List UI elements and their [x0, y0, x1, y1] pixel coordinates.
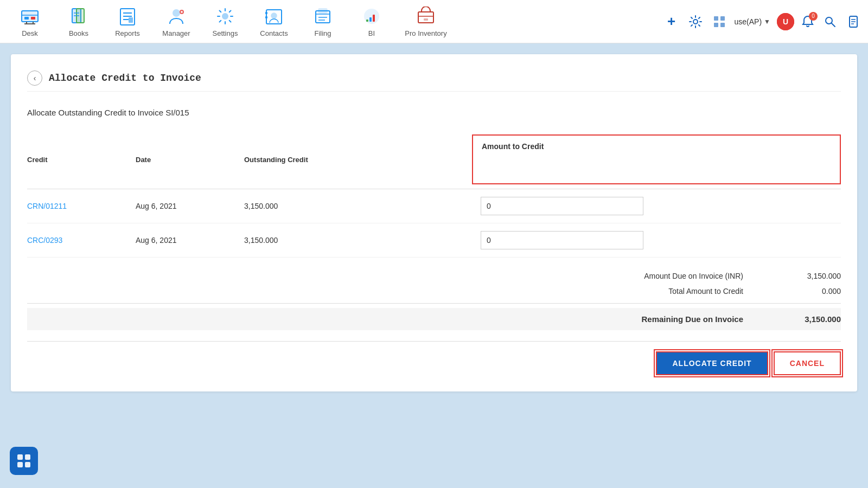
username: use(AP)	[735, 17, 762, 26]
svg-rect-54	[17, 462, 23, 467]
nav-label-settings: Settings	[213, 29, 238, 37]
nav-item-bi[interactable]: BI	[347, 0, 396, 43]
svg-rect-29	[318, 9, 327, 13]
nav-item-filing[interactable]: Filing	[298, 0, 347, 43]
back-button[interactable]: ‹	[27, 70, 42, 86]
user-area[interactable]: use(AP) ▼	[735, 17, 770, 26]
svg-rect-18	[129, 17, 133, 23]
svg-rect-42	[714, 23, 718, 27]
nav-item-manager[interactable]: Manager	[152, 0, 201, 43]
filing-icon	[312, 5, 334, 27]
desk-icon	[19, 5, 41, 27]
svg-rect-53	[25, 454, 30, 460]
table-row: CRN/01211Aug 6, 20213,150.000	[27, 189, 841, 223]
main-card: ‹ Allocate Credit to Invoice Allocate Ou…	[11, 54, 857, 391]
svg-point-19	[173, 10, 180, 16]
table-row: CRC/0293Aug 6, 20213,150.000	[27, 223, 841, 258]
svg-rect-36	[418, 12, 433, 23]
bi-icon	[361, 5, 382, 27]
allocate-credit-button[interactable]: ALLOCATE CREDIT	[656, 351, 768, 375]
back-arrow-icon: ‹	[34, 74, 36, 82]
main-content: ‹ Allocate Credit to Invoice Allocate Ou…	[0, 43, 868, 402]
nav-label-pro-inventory: Pro Inventory	[405, 29, 446, 37]
nav-label-manager: Manager	[162, 29, 190, 37]
svg-line-47	[832, 23, 835, 27]
nav-label-bi: BI	[368, 29, 375, 37]
nav-items: Desk Books	[5, 0, 456, 43]
nav-item-books[interactable]: Books	[54, 0, 103, 43]
header-date: Date	[136, 130, 244, 189]
date-cell-0: Aug 6, 2021	[136, 189, 244, 223]
add-button[interactable]: +	[663, 13, 680, 30]
svg-rect-3	[24, 17, 29, 20]
credit-link-1[interactable]: CRC/0293	[27, 236, 62, 245]
credit-link-0[interactable]: CRN/01211	[27, 202, 67, 210]
summary-row-total-credit: Total Amount to Credit 0.000	[27, 284, 841, 299]
remaining-due-row: Remaining Due on Invoice 3,150.000	[27, 308, 841, 330]
svg-text:U: U	[783, 17, 788, 26]
svg-rect-40	[714, 16, 718, 21]
svg-point-27	[271, 13, 277, 18]
svg-point-23	[222, 14, 228, 19]
bottom-grid-icon[interactable]	[10, 447, 38, 475]
nav-item-contacts[interactable]: Contacts	[250, 0, 298, 43]
svg-rect-41	[720, 16, 725, 21]
outstanding-cell-0: 3,150.000	[244, 189, 472, 223]
pro-inventory-icon	[415, 5, 437, 27]
chevron-down-icon: ▼	[764, 18, 770, 25]
reports-icon	[117, 5, 138, 27]
nav-label-reports: Reports	[115, 29, 140, 37]
cancel-button[interactable]: CANCEL	[774, 351, 841, 375]
nav-right: + use(AP) ▼ U	[663, 13, 863, 30]
amount-input-0[interactable]	[481, 197, 643, 215]
document-icon[interactable]	[845, 13, 863, 30]
nav-item-pro-inventory[interactable]: Pro Inventory	[396, 0, 456, 43]
total-amount-label: Total Amount to Credit	[668, 287, 743, 296]
action-bar: ALLOCATE CREDIT CANCEL	[27, 341, 841, 375]
search-icon[interactable]	[821, 13, 839, 30]
nav-label-filing: Filing	[314, 29, 331, 37]
remaining-due-label: Remaining Due on Invoice	[641, 314, 743, 324]
nav-label-desk: Desk	[22, 29, 38, 37]
notification-area[interactable]: 0	[801, 15, 815, 29]
header-amount-to-credit: Amount to Credit	[472, 130, 841, 189]
nav-label-contacts: Contacts	[260, 29, 288, 37]
svg-rect-43	[720, 23, 725, 27]
summary-divider	[27, 303, 841, 304]
summary-row-amount-due: Amount Due on Invoice (INR) 3,150.000	[27, 268, 841, 284]
svg-rect-55	[25, 462, 30, 467]
outstanding-cell-1: 3,150.000	[244, 223, 472, 258]
gear-icon[interactable]	[687, 13, 704, 30]
amount-to-credit-label: Amount to Credit	[482, 142, 831, 151]
grid-icon[interactable]	[711, 13, 728, 30]
contacts-icon	[263, 5, 285, 27]
svg-point-39	[693, 20, 698, 24]
notification-count: 0	[809, 12, 818, 21]
top-navigation: Desk Books	[0, 0, 868, 43]
svg-rect-26	[265, 16, 267, 18]
credit-table: Credit Date Outstanding Credit Amount to…	[27, 130, 841, 258]
amount-due-label: Amount Due on Invoice (INR)	[644, 272, 743, 280]
avatar[interactable]: U	[777, 13, 794, 30]
settings-icon	[214, 5, 236, 27]
svg-rect-4	[31, 17, 35, 20]
manager-icon	[165, 5, 187, 27]
nav-item-desk[interactable]: Desk	[5, 0, 54, 43]
svg-rect-34	[373, 15, 375, 22]
books-icon	[68, 5, 90, 27]
svg-rect-35	[366, 20, 368, 22]
header-outstanding-credit: Outstanding Credit	[244, 130, 472, 189]
remaining-due-value: 3,150.000	[787, 314, 841, 324]
svg-rect-25	[265, 12, 267, 14]
svg-rect-38	[424, 18, 428, 21]
nav-item-reports[interactable]: Reports	[103, 0, 152, 43]
amount-input-1[interactable]	[481, 231, 643, 249]
amount-due-value: 3,150.000	[787, 272, 841, 280]
total-amount-value: 0.000	[787, 287, 841, 296]
svg-rect-0	[22, 11, 38, 22]
summary-section: Amount Due on Invoice (INR) 3,150.000 To…	[27, 268, 841, 330]
nav-item-settings[interactable]: Settings	[201, 0, 250, 43]
date-cell-1: Aug 6, 2021	[136, 223, 244, 258]
page-header: ‹ Allocate Credit to Invoice	[27, 70, 841, 92]
svg-rect-33	[369, 17, 372, 22]
